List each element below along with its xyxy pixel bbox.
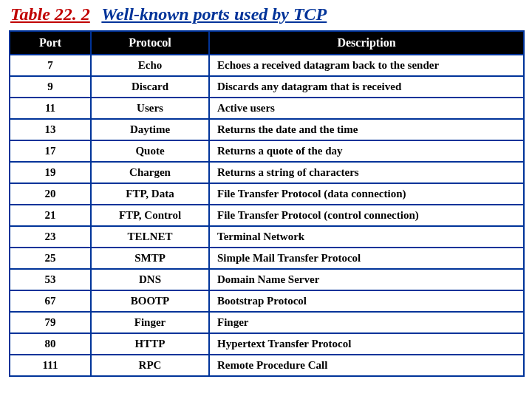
cell-protocol: DNS bbox=[91, 269, 209, 290]
table-title: Table 22. 2 Well-known ports used by TCP bbox=[10, 4, 523, 24]
cell-port: 79 bbox=[10, 312, 91, 333]
cell-port: 20 bbox=[10, 183, 91, 205]
cell-protocol: Discard bbox=[91, 76, 209, 98]
table-row: 19ChargenReturns a string of characters bbox=[10, 162, 524, 183]
cell-port: 11 bbox=[10, 98, 91, 119]
cell-port: 67 bbox=[10, 290, 91, 312]
cell-protocol: FTP, Control bbox=[91, 205, 209, 226]
cell-protocol: SMTP bbox=[91, 248, 209, 269]
table-row: 17QuoteReturns a quote of the day bbox=[10, 140, 524, 162]
cell-port: 19 bbox=[10, 162, 91, 183]
table-row: 80HTTPHypertext Transfer Protocol bbox=[10, 333, 524, 355]
cell-port: 21 bbox=[10, 205, 91, 226]
cell-protocol: RPC bbox=[91, 355, 209, 376]
col-header-port: Port bbox=[10, 31, 91, 55]
cell-description: Bootstrap Protocol bbox=[209, 290, 524, 312]
cell-protocol: Users bbox=[91, 98, 209, 119]
cell-protocol: HTTP bbox=[91, 333, 209, 355]
cell-description: Returns a quote of the day bbox=[209, 140, 524, 162]
table-caption: Well-known ports used by TCP bbox=[101, 4, 327, 24]
table-header-row: Port Protocol Description bbox=[10, 31, 524, 55]
cell-description: File Transfer Protocol (control connecti… bbox=[209, 205, 524, 226]
table-row: 11UsersActive users bbox=[10, 98, 524, 119]
cell-port: 80 bbox=[10, 333, 91, 355]
cell-port: 9 bbox=[10, 76, 91, 98]
cell-port: 111 bbox=[10, 355, 91, 376]
cell-port: 13 bbox=[10, 119, 91, 140]
cell-description: Active users bbox=[209, 98, 524, 119]
cell-description: Terminal Network bbox=[209, 226, 524, 248]
cell-protocol: Quote bbox=[91, 140, 209, 162]
table-row: 20FTP, DataFile Transfer Protocol (data … bbox=[10, 183, 524, 205]
cell-description: Hypertext Transfer Protocol bbox=[209, 333, 524, 355]
cell-port: 7 bbox=[10, 55, 91, 76]
cell-description: Echoes a received datagram back to the s… bbox=[209, 55, 524, 76]
col-header-description: Description bbox=[209, 31, 524, 55]
table-row: 9DiscardDiscards any datagram that is re… bbox=[10, 76, 524, 98]
cell-port: 17 bbox=[10, 140, 91, 162]
ports-table: Port Protocol Description 7EchoEchoes a … bbox=[9, 30, 525, 377]
cell-protocol: FTP, Data bbox=[91, 183, 209, 205]
table-row: 111RPCRemote Procedure Call bbox=[10, 355, 524, 376]
cell-protocol: TELNET bbox=[91, 226, 209, 248]
cell-description: Finger bbox=[209, 312, 524, 333]
cell-description: Remote Procedure Call bbox=[209, 355, 524, 376]
table-row: 23TELNETTerminal Network bbox=[10, 226, 524, 248]
cell-description: Domain Name Server bbox=[209, 269, 524, 290]
cell-description: File Transfer Protocol (data connection) bbox=[209, 183, 524, 205]
table-row: 25SMTPSimple Mail Transfer Protocol bbox=[10, 248, 524, 269]
table-row: 7EchoEchoes a received datagram back to … bbox=[10, 55, 524, 76]
cell-protocol: Echo bbox=[91, 55, 209, 76]
cell-port: 23 bbox=[10, 226, 91, 248]
cell-port: 53 bbox=[10, 269, 91, 290]
table-row: 67BOOTPBootstrap Protocol bbox=[10, 290, 524, 312]
table-row: 53DNSDomain Name Server bbox=[10, 269, 524, 290]
table-row: 13DaytimeReturns the date and the time bbox=[10, 119, 524, 140]
table-row: 79FingerFinger bbox=[10, 312, 524, 333]
cell-description: Returns the date and the time bbox=[209, 119, 524, 140]
cell-description: Returns a string of characters bbox=[209, 162, 524, 183]
cell-protocol: Daytime bbox=[91, 119, 209, 140]
cell-port: 25 bbox=[10, 248, 91, 269]
cell-description: Discards any datagram that is received bbox=[209, 76, 524, 98]
col-header-protocol: Protocol bbox=[91, 31, 209, 55]
cell-protocol: Finger bbox=[91, 312, 209, 333]
table-row: 21FTP, ControlFile Transfer Protocol (co… bbox=[10, 205, 524, 226]
cell-protocol: BOOTP bbox=[91, 290, 209, 312]
cell-protocol: Chargen bbox=[91, 162, 209, 183]
cell-description: Simple Mail Transfer Protocol bbox=[209, 248, 524, 269]
table-number: Table 22. 2 bbox=[10, 4, 98, 24]
